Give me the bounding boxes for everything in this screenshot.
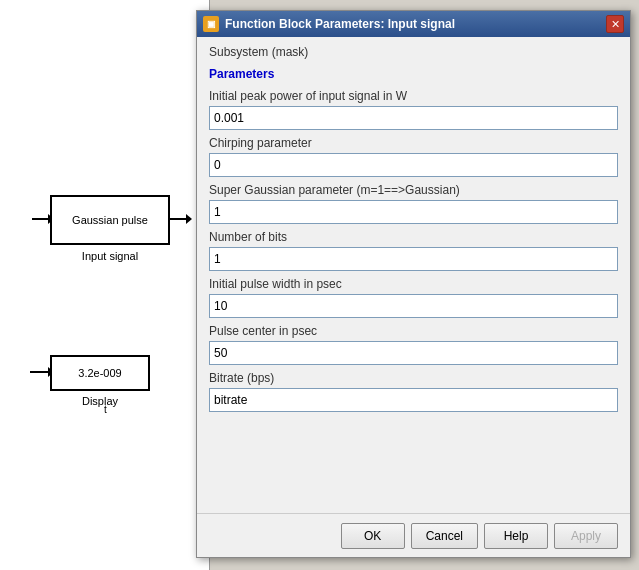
gaussian-block-label: Gaussian pulse xyxy=(72,214,148,226)
cancel-button[interactable]: Cancel xyxy=(411,523,478,549)
subsystem-label: Subsystem (mask) xyxy=(209,45,618,59)
parameters-header: Parameters xyxy=(209,67,618,81)
param-label-0: Initial peak power of input signal in W xyxy=(209,89,618,103)
dialog-title-text: Function Block Parameters: Input signal xyxy=(225,17,606,31)
dialog-title-icon: ▣ xyxy=(203,16,219,32)
arrow-input-display xyxy=(30,371,50,373)
simulink-canvas: t Gaussian pulse Input signal 3.2e-009 D… xyxy=(0,0,210,570)
help-button[interactable]: Help xyxy=(484,523,548,549)
apply-button[interactable]: Apply xyxy=(554,523,618,549)
param-input-0[interactable] xyxy=(209,106,618,130)
ok-button[interactable]: OK xyxy=(341,523,405,549)
param-input-3[interactable] xyxy=(209,247,618,271)
dialog-content: Subsystem (mask) Parameters Initial peak… xyxy=(197,37,630,513)
param-input-4[interactable] xyxy=(209,294,618,318)
close-button[interactable]: ✕ xyxy=(606,15,624,33)
param-label-2: Super Gaussian parameter (m=1==>Gaussian… xyxy=(209,183,618,197)
param-label-1: Chirping parameter xyxy=(209,136,618,150)
param-input-1[interactable] xyxy=(209,153,618,177)
dialog-title-bar: ▣ Function Block Parameters: Input signa… xyxy=(197,11,630,37)
param-label-4: Initial pulse width in psec xyxy=(209,277,618,291)
gaussian-block-sublabel: Input signal xyxy=(50,250,170,262)
param-label-6: Bitrate (bps) xyxy=(209,371,618,385)
arrow-input-gaussian xyxy=(32,218,50,220)
param-label-5: Pulse center in psec xyxy=(209,324,618,338)
param-label-3: Number of bits xyxy=(209,230,618,244)
dialog-footer: OK Cancel Help Apply xyxy=(197,513,630,557)
display-block[interactable]: 3.2e-009 xyxy=(50,355,150,391)
param-input-6[interactable] xyxy=(209,388,618,412)
param-input-5[interactable] xyxy=(209,341,618,365)
param-input-2[interactable] xyxy=(209,200,618,224)
gaussian-pulse-block[interactable]: t Gaussian pulse xyxy=(50,195,170,245)
display-value: 3.2e-009 xyxy=(78,367,121,379)
display-block-label: Display xyxy=(50,395,150,407)
arrow-output-gaussian xyxy=(170,218,188,220)
function-block-dialog: ▣ Function Block Parameters: Input signa… xyxy=(196,10,631,558)
